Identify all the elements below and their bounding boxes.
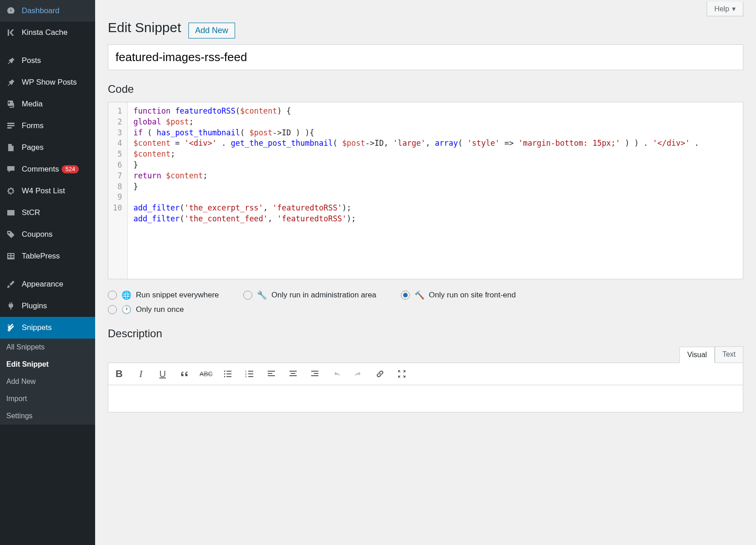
- submenu-add-new[interactable]: Add New: [0, 373, 95, 390]
- scope-admin[interactable]: 🔧 Only run in administration area: [243, 290, 376, 300]
- svg-rect-12: [248, 373, 253, 374]
- table-icon: [5, 251, 16, 262]
- comment-icon: [5, 164, 16, 175]
- gear-icon: [5, 186, 16, 196]
- svg-rect-4: [226, 371, 231, 372]
- radio-icon: [243, 291, 252, 300]
- sidebar-label: Plugins: [22, 301, 47, 311]
- submenu-all-snippets[interactable]: All Snippets: [0, 339, 95, 356]
- svg-rect-18: [289, 371, 297, 372]
- tag-icon: [5, 229, 16, 240]
- add-new-button[interactable]: Add New: [188, 23, 235, 38]
- scope-options: 🌐 Run snippet everywhere 🔧 Only run in a…: [108, 290, 743, 315]
- scope-everywhere[interactable]: 🌐 Run snippet everywhere: [108, 290, 219, 300]
- svg-rect-22: [314, 373, 318, 374]
- scope-label: Only run on site front-end: [429, 291, 516, 300]
- sidebar-item-dashboard[interactable]: Dashboard: [0, 0, 95, 22]
- sidebar-label: Posts: [22, 56, 41, 66]
- sidebar-item-kinsta-cache[interactable]: Kinsta Cache: [0, 22, 95, 43]
- sidebar-item-comments[interactable]: Comments524: [0, 158, 95, 180]
- svg-rect-17: [268, 375, 275, 376]
- strikethrough-icon[interactable]: ABC: [200, 368, 212, 380]
- tab-text[interactable]: Text: [715, 346, 743, 363]
- svg-rect-19: [291, 373, 295, 374]
- sidebar-item-pages[interactable]: Pages: [0, 137, 95, 158]
- sidebar-item-w4-post-list[interactable]: W4 Post List: [0, 180, 95, 202]
- scope-label: Run snippet everywhere: [136, 291, 219, 300]
- main-content: Help ▾ Edit Snippet Add New Code 1234567…: [95, 0, 756, 545]
- align-center-icon[interactable]: [287, 368, 299, 380]
- sidebar-item-forms[interactable]: Forms: [0, 115, 95, 137]
- sidebar-label: StCR: [22, 208, 40, 218]
- sidebar-item-posts[interactable]: Posts: [0, 50, 95, 72]
- align-right-icon[interactable]: [308, 368, 321, 380]
- pin-icon: [5, 55, 16, 66]
- redo-icon[interactable]: [352, 368, 365, 380]
- wrench-icon: 🔧: [257, 290, 267, 300]
- description-editor[interactable]: [108, 385, 743, 412]
- sidebar-item-appearance[interactable]: Appearance: [0, 273, 95, 295]
- submenu-import[interactable]: Import: [0, 390, 95, 407]
- tab-visual[interactable]: Visual: [679, 347, 714, 363]
- sidebar-item-snippets[interactable]: Snippets: [0, 317, 95, 339]
- description-heading: Description: [108, 327, 743, 340]
- submenu-settings[interactable]: Settings: [0, 407, 95, 425]
- sidebar-label: Coupons: [22, 229, 53, 239]
- page-icon: [5, 142, 16, 153]
- brush-icon: [5, 279, 16, 290]
- sidebar-item-wp-show-posts[interactable]: WP Show Posts: [0, 72, 95, 93]
- plug-icon: [5, 301, 16, 311]
- sidebar-item-coupons[interactable]: Coupons: [0, 224, 95, 245]
- italic-icon[interactable]: I: [135, 368, 147, 380]
- svg-rect-15: [268, 371, 275, 372]
- sidebar-label: Dashboard: [22, 6, 59, 16]
- bullet-list-icon[interactable]: [222, 368, 234, 380]
- quote-icon[interactable]: [178, 368, 191, 380]
- code-heading: Code: [108, 83, 743, 96]
- clock-icon: 🕐: [121, 305, 131, 315]
- radio-icon: [108, 291, 117, 300]
- sidebar-item-plugins[interactable]: Plugins: [0, 295, 95, 317]
- svg-rect-23: [311, 375, 318, 376]
- svg-rect-21: [311, 371, 318, 372]
- hammer-icon: 🔨: [414, 290, 424, 300]
- svg-rect-20: [289, 375, 297, 376]
- kinsta-icon: [5, 27, 16, 38]
- scope-label: Only run in administration area: [271, 291, 376, 300]
- media-icon: [5, 99, 16, 110]
- help-tab[interactable]: Help ▾: [707, 2, 743, 16]
- svg-rect-16: [268, 373, 272, 374]
- sidebar-label: Pages: [22, 143, 43, 153]
- bold-icon[interactable]: B: [113, 368, 125, 380]
- svg-rect-1: [7, 125, 14, 126]
- svg-rect-8: [226, 376, 231, 377]
- fullscreen-icon[interactable]: [395, 368, 408, 380]
- link-icon[interactable]: [374, 368, 386, 380]
- submenu-edit-snippet[interactable]: Edit Snippet: [0, 356, 95, 373]
- undo-icon[interactable]: [330, 368, 343, 380]
- code-editor[interactable]: 12345678910 function featuredtoRSS($cont…: [108, 102, 743, 279]
- svg-rect-10: [248, 371, 253, 372]
- sidebar-submenu: All SnippetsEdit SnippetAdd NewImportSet…: [0, 339, 95, 425]
- sidebar-item-stcr[interactable]: StCR: [0, 202, 95, 224]
- sidebar-item-tablepress[interactable]: TablePress: [0, 245, 95, 267]
- scope-frontend[interactable]: 🔨 Only run on site front-end: [401, 290, 516, 300]
- radio-icon: [108, 305, 117, 314]
- scope-label: Only run once: [136, 305, 184, 314]
- sidebar-item-media[interactable]: Media: [0, 93, 95, 115]
- snippet-title-input[interactable]: [108, 44, 743, 70]
- svg-rect-2: [7, 127, 12, 129]
- svg-rect-14: [248, 376, 253, 377]
- align-left-icon[interactable]: [265, 368, 278, 380]
- dashboard-icon: [5, 5, 16, 16]
- mail-icon: [5, 207, 16, 218]
- underline-icon[interactable]: U: [156, 368, 169, 380]
- scope-once[interactable]: 🕐 Only run once: [108, 305, 743, 315]
- scissors-icon: [5, 322, 16, 333]
- svg-text:3: 3: [245, 375, 247, 378]
- help-label: Help: [714, 5, 729, 13]
- sidebar-label: Snippets: [22, 323, 52, 333]
- code-body[interactable]: function featuredtoRSS($content) { globa…: [128, 102, 743, 279]
- svg-point-7: [224, 376, 226, 378]
- number-list-icon[interactable]: 123: [243, 368, 256, 380]
